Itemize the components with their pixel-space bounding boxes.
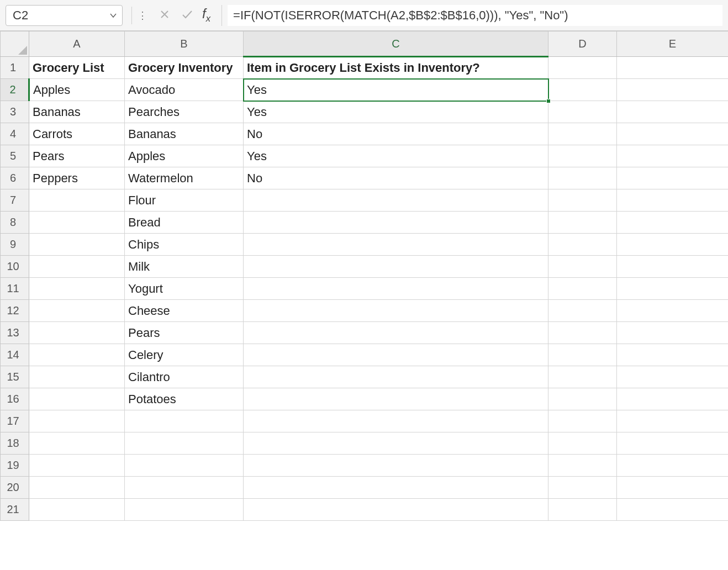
cell-E19[interactable] bbox=[617, 455, 729, 477]
row-header-3[interactable]: 3 bbox=[1, 101, 29, 123]
cell-B18[interactable] bbox=[125, 432, 244, 455]
cell-A11[interactable] bbox=[29, 278, 125, 300]
row-header-9[interactable]: 9 bbox=[1, 234, 29, 256]
cell-B8[interactable]: Bread bbox=[125, 212, 244, 234]
row-header-11[interactable]: 11 bbox=[1, 278, 29, 300]
cell-C20[interactable] bbox=[244, 477, 548, 499]
cell-C9[interactable] bbox=[244, 234, 548, 256]
name-box[interactable]: C2 bbox=[6, 5, 123, 26]
fill-handle[interactable] bbox=[546, 99, 551, 103]
cell-C16[interactable] bbox=[244, 388, 548, 410]
cell-B16[interactable]: Potatoes bbox=[125, 388, 244, 410]
cell-C21[interactable] bbox=[244, 499, 548, 521]
cell-E10[interactable] bbox=[617, 256, 729, 278]
cell-E12[interactable] bbox=[617, 300, 729, 322]
cell-D7[interactable] bbox=[548, 189, 617, 212]
row-header-13[interactable]: 13 bbox=[1, 322, 29, 344]
cell-A3[interactable]: Bananas bbox=[29, 101, 125, 123]
row-header-6[interactable]: 6 bbox=[1, 167, 29, 189]
col-header-E[interactable]: E bbox=[617, 31, 729, 57]
cell-A6[interactable]: Peppers bbox=[29, 167, 125, 189]
cell-E15[interactable] bbox=[617, 366, 729, 388]
cell-C5[interactable]: Yes bbox=[244, 145, 548, 167]
cell-A20[interactable] bbox=[29, 477, 125, 499]
cell-D3[interactable] bbox=[548, 101, 617, 123]
cell-B14[interactable]: Celery bbox=[125, 344, 244, 366]
cell-A5[interactable]: Pears bbox=[29, 145, 125, 167]
col-header-B[interactable]: B bbox=[125, 31, 244, 57]
cell-B5[interactable]: Apples bbox=[125, 145, 244, 167]
cell-C15[interactable] bbox=[244, 366, 548, 388]
cell-E6[interactable] bbox=[617, 167, 729, 189]
cell-B17[interactable] bbox=[125, 410, 244, 432]
cell-D2[interactable] bbox=[548, 79, 617, 101]
cell-C3[interactable]: Yes bbox=[244, 101, 548, 123]
cell-D14[interactable] bbox=[548, 344, 617, 366]
cell-C2[interactable]: Yes bbox=[244, 79, 548, 101]
cell-A21[interactable] bbox=[29, 499, 125, 521]
row-header-8[interactable]: 8 bbox=[1, 212, 29, 234]
cell-C14[interactable] bbox=[244, 344, 548, 366]
cell-B6[interactable]: Watermelon bbox=[125, 167, 244, 189]
cell-D4[interactable] bbox=[548, 123, 617, 145]
cell-A1[interactable]: Grocery List bbox=[29, 57, 125, 79]
cell-D19[interactable] bbox=[548, 455, 617, 477]
cell-C10[interactable] bbox=[244, 256, 548, 278]
cell-E5[interactable] bbox=[617, 145, 729, 167]
cell-D5[interactable] bbox=[548, 145, 617, 167]
row-header-21[interactable]: 21 bbox=[1, 499, 29, 521]
cell-D17[interactable] bbox=[548, 410, 617, 432]
cell-D15[interactable] bbox=[548, 366, 617, 388]
row-header-1[interactable]: 1 bbox=[1, 57, 29, 79]
cell-E16[interactable] bbox=[617, 388, 729, 410]
cell-D9[interactable] bbox=[548, 234, 617, 256]
insert-function-button[interactable]: fx bbox=[202, 6, 210, 24]
cell-B20[interactable] bbox=[125, 477, 244, 499]
row-header-2[interactable]: 2 bbox=[1, 79, 29, 101]
cell-E4[interactable] bbox=[617, 123, 729, 145]
cell-B7[interactable]: Flour bbox=[125, 189, 244, 212]
cell-B12[interactable]: Cheese bbox=[125, 300, 244, 322]
row-header-5[interactable]: 5 bbox=[1, 145, 29, 167]
row-header-14[interactable]: 14 bbox=[1, 344, 29, 366]
cell-C7[interactable] bbox=[244, 189, 548, 212]
row-header-15[interactable]: 15 bbox=[1, 366, 29, 388]
cell-D13[interactable] bbox=[548, 322, 617, 344]
cell-D1[interactable] bbox=[548, 57, 617, 79]
cell-A9[interactable] bbox=[29, 234, 125, 256]
row-header-7[interactable]: 7 bbox=[1, 189, 29, 212]
cell-B21[interactable] bbox=[125, 499, 244, 521]
cell-A14[interactable] bbox=[29, 344, 125, 366]
cell-B19[interactable] bbox=[125, 455, 244, 477]
formula-input[interactable]: =IF(NOT(ISERROR(MATCH(A2,$B$2:$B$16,0)))… bbox=[228, 5, 722, 26]
cell-C19[interactable] bbox=[244, 455, 548, 477]
cell-C1[interactable]: Item in Grocery List Exists in Inventory… bbox=[244, 57, 548, 79]
cell-E13[interactable] bbox=[617, 322, 729, 344]
cell-E2[interactable] bbox=[617, 79, 729, 101]
cell-B9[interactable]: Chips bbox=[125, 234, 244, 256]
cell-D6[interactable] bbox=[548, 167, 617, 189]
row-header-20[interactable]: 20 bbox=[1, 477, 29, 499]
cell-A10[interactable] bbox=[29, 256, 125, 278]
cell-A13[interactable] bbox=[29, 322, 125, 344]
cell-C4[interactable]: No bbox=[244, 123, 548, 145]
dots-vertical-icon[interactable]: ⋮ bbox=[138, 9, 147, 22]
cell-E21[interactable] bbox=[617, 499, 729, 521]
cell-B1[interactable]: Grocery Inventory bbox=[125, 57, 244, 79]
cell-C12[interactable] bbox=[244, 300, 548, 322]
cell-D11[interactable] bbox=[548, 278, 617, 300]
cell-E7[interactable] bbox=[617, 189, 729, 212]
cell-B15[interactable]: Cilantro bbox=[125, 366, 244, 388]
row-header-18[interactable]: 18 bbox=[1, 432, 29, 455]
cell-C17[interactable] bbox=[244, 410, 548, 432]
cell-D21[interactable] bbox=[548, 499, 617, 521]
cell-C6[interactable]: No bbox=[244, 167, 548, 189]
cell-E9[interactable] bbox=[617, 234, 729, 256]
cell-C11[interactable] bbox=[244, 278, 548, 300]
cell-C13[interactable] bbox=[244, 322, 548, 344]
cell-A16[interactable] bbox=[29, 388, 125, 410]
cell-A7[interactable] bbox=[29, 189, 125, 212]
cell-D18[interactable] bbox=[548, 432, 617, 455]
cell-E11[interactable] bbox=[617, 278, 729, 300]
cell-A12[interactable] bbox=[29, 300, 125, 322]
